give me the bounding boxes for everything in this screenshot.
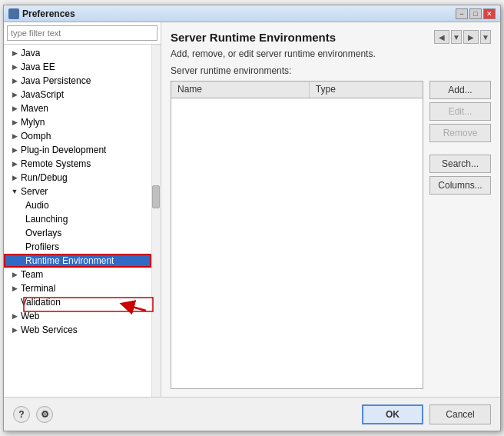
tree-label-validation: Validation: [10, 297, 61, 308]
tree-label-web: Web: [21, 311, 39, 321]
tree-item-javascript[interactable]: ▶ JavaScript: [4, 88, 151, 102]
tree-label-plugindev: Plug-in Development: [21, 145, 106, 155]
tree-arrow-plugindev: ▶: [10, 145, 19, 155]
tree-container[interactable]: ▶ Java ▶ Java EE ▶ Java Persistence ▶ Ja…: [4, 45, 161, 397]
tree-arrow-mylyn: ▶: [10, 118, 19, 127]
tree-arrow-java: ▶: [10, 48, 19, 58]
preferences-window: Preferences − □ ✕ ▶ Java ▶ Java EE: [3, 5, 501, 431]
scrollbar-track[interactable]: [151, 45, 161, 397]
tree-label-server: Server: [21, 186, 48, 197]
nav-forward-button[interactable]: ▶: [463, 30, 479, 44]
panel-description: Add, remove, or edit server runtime envi…: [171, 48, 491, 59]
table-body[interactable]: [171, 98, 423, 388]
right-panel: Server Runtime Environments ◀ ▼ ▶ ▼ Add,…: [161, 22, 500, 397]
nav-back-button[interactable]: ◀: [434, 30, 449, 44]
filter-input[interactable]: [7, 25, 158, 41]
tree-arrow-javapersistence: ▶: [10, 76, 19, 85]
tree-item-audio[interactable]: Audio: [4, 198, 151, 212]
tree-item-webservices[interactable]: ▶ Web Services: [4, 323, 151, 337]
tree-arrow-javascript: ▶: [10, 90, 19, 99]
tree-label-profilers: Profilers: [25, 241, 59, 252]
tree-item-team[interactable]: ▶ Team: [4, 268, 151, 281]
table-col-name: Name: [171, 82, 310, 98]
tree-label-remotesystems: Remote Systems: [21, 158, 91, 169]
nav-buttons: ◀ ▼ ▶ ▼: [434, 30, 491, 44]
table-header: Name Type: [171, 82, 423, 98]
tree-item-javaee[interactable]: ▶ Java EE: [4, 60, 151, 74]
tree-arrow-webservices: ▶: [10, 325, 19, 334]
tree-label-javapersistence: Java Persistence: [21, 75, 91, 86]
tree-label-java: Java: [21, 48, 40, 58]
tree-arrow-maven: ▶: [10, 104, 19, 113]
maximize-button[interactable]: □: [469, 8, 482, 19]
bottom-bar: ? ⚙ OK Cancel: [4, 397, 500, 431]
add-button[interactable]: Add...: [429, 81, 491, 99]
preferences-button[interactable]: ⚙: [36, 406, 53, 423]
tree-item-oomph[interactable]: ▶ Oomph: [4, 129, 151, 143]
environments-label: Server runtime environments:: [171, 65, 491, 76]
tree-label-maven: Maven: [21, 103, 48, 114]
minimize-button[interactable]: −: [456, 8, 468, 19]
tree-arrow-team: ▶: [10, 270, 19, 279]
tree-item-profilers[interactable]: Profilers: [4, 240, 151, 254]
tree-arrow-terminal: ▶: [10, 284, 19, 293]
columns-button[interactable]: Columns...: [429, 176, 491, 195]
bottom-left: ? ⚙: [13, 406, 53, 423]
tree-label-launching: Launching: [25, 214, 68, 225]
nav-back-dropdown[interactable]: ▼: [451, 30, 462, 44]
tree-label-webservices: Web Services: [21, 325, 78, 335]
tree-item-javapersistence[interactable]: ▶ Java Persistence: [4, 74, 151, 88]
tree-item-mylyn[interactable]: ▶ Mylyn: [4, 115, 151, 129]
tree-label-audio: Audio: [25, 200, 49, 211]
edit-button[interactable]: Edit...: [429, 102, 491, 121]
tree-arrow-web: ▶: [10, 311, 19, 321]
window-controls: − □ ✕: [456, 8, 496, 19]
tree-item-remotesystems[interactable]: ▶ Remote Systems: [4, 157, 151, 171]
title-bar: Preferences − □ ✕: [4, 5, 500, 22]
tree-item-web[interactable]: ▶ Web: [4, 309, 151, 323]
window-title: Preferences: [22, 8, 456, 19]
tree-label-javascript: JavaScript: [21, 89, 64, 100]
close-button[interactable]: ✕: [483, 8, 496, 19]
tree-item-overlays[interactable]: Overlays: [4, 226, 151, 240]
tree-label-team: Team: [21, 269, 43, 280]
tree-label-runtimeenv: Runtime Environment: [25, 255, 114, 266]
table-col-type: Type: [310, 82, 423, 98]
tree-arrow-remotesystems: ▶: [10, 159, 19, 168]
nav-forward-dropdown[interactable]: ▼: [480, 30, 491, 44]
table-area: Name Type Add... Edit... Remove Search..…: [171, 81, 491, 389]
tree-item-runtimeenv[interactable]: Runtime Environment: [4, 254, 151, 268]
panel-title: Server Runtime Environments: [171, 31, 336, 44]
left-panel: ▶ Java ▶ Java EE ▶ Java Persistence ▶ Ja…: [4, 22, 161, 397]
side-buttons: Add... Edit... Remove Search... Columns.…: [429, 81, 491, 389]
tree-item-rundebug[interactable]: ▶ Run/Debug: [4, 171, 151, 185]
tree-item-launching[interactable]: Launching: [4, 212, 151, 226]
scrollbar-thumb[interactable]: [152, 185, 160, 208]
window-icon: [8, 8, 19, 19]
content-area: ▶ Java ▶ Java EE ▶ Java Persistence ▶ Ja…: [4, 22, 500, 397]
tree-label-oomph: Oomph: [21, 131, 51, 141]
filter-box: [4, 22, 161, 45]
tree-item-validation[interactable]: Validation: [4, 295, 151, 309]
tree-label-overlays: Overlays: [25, 228, 61, 238]
ok-button[interactable]: OK: [362, 404, 423, 424]
tree-item-plugindev[interactable]: ▶ Plug-in Development: [4, 143, 151, 157]
help-button[interactable]: ?: [13, 406, 30, 423]
tree-label-mylyn: Mylyn: [21, 117, 45, 128]
tree-item-maven[interactable]: ▶ Maven: [4, 102, 151, 115]
cancel-button[interactable]: Cancel: [429, 404, 491, 424]
tree-item-terminal[interactable]: ▶ Terminal: [4, 281, 151, 295]
tree-label-terminal: Terminal: [21, 283, 55, 294]
panel-header: Server Runtime Environments ◀ ▼ ▶ ▼: [171, 30, 491, 44]
tree-arrow-server: ▼: [10, 187, 19, 196]
table-wrapper[interactable]: Name Type: [171, 81, 423, 389]
tree-label-javaee: Java EE: [21, 62, 55, 72]
tree-arrow-rundebug: ▶: [10, 173, 19, 182]
tree-arrow-oomph: ▶: [10, 131, 19, 141]
remove-button[interactable]: Remove: [429, 124, 491, 142]
tree-arrow-javaee: ▶: [10, 62, 19, 72]
tree-label-rundebug: Run/Debug: [21, 172, 68, 183]
tree-item-server[interactable]: ▼ Server: [4, 185, 151, 198]
tree-item-java[interactable]: ▶ Java: [4, 46, 151, 60]
search-button[interactable]: Search...: [429, 155, 491, 173]
